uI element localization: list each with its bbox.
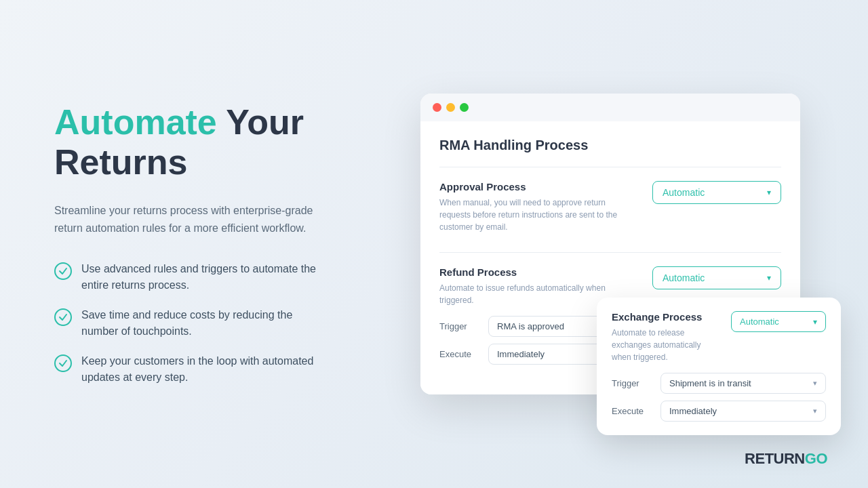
refund-trigger-label: Trigger [439,321,480,331]
exchange-trigger-value: Shipment is in transit [669,378,751,388]
left-panel: Automate Your Returns Streamline your re… [0,62,380,427]
approval-dropdown-arrow: ▾ [767,188,771,197]
exchange-mode-label: Automatic [740,317,779,327]
browser-bar [420,94,800,121]
approval-description: When manual, you will need to approve re… [439,197,639,233]
main-headline: Automate Your Returns [54,102,326,184]
feature-text-2: Save time and reduce costs by reducing t… [81,307,326,340]
window-close-dot[interactable] [433,103,441,112]
exchange-execute-dropdown[interactable]: Immediately ▾ [660,401,826,422]
exchange-rows: Trigger Shipment is in transit ▾ Execute… [612,373,826,422]
features-list: Use advanced rules and triggers to autom… [54,261,326,386]
exchange-description: Automate to release exchanges automatica… [612,327,722,363]
exchange-card: Exchange Process Automate to release exc… [597,298,841,435]
exchange-trigger-arrow: ▾ [813,379,817,388]
exchange-mode-dropdown[interactable]: Automatic ▾ [731,311,826,332]
description-text: Streamline your returns process with ent… [54,202,326,237]
approval-left: Approval Process When manual, you will n… [439,181,652,233]
exchange-left: Exchange Process Automate to release exc… [612,311,731,363]
feature-text-1: Use advanced rules and triggers to autom… [81,261,326,293]
exchange-title: Exchange Process [612,311,722,323]
logo-go: GO [805,450,827,467]
check-icon-2 [54,308,72,326]
list-item: Save time and reduce costs by reducing t… [54,307,326,340]
refund-execute-label: Execute [439,349,480,359]
exchange-execute-row: Execute Immediately ▾ [612,401,826,422]
browser-window: RMA Handling Process Approval Process Wh… [420,94,800,394]
exchange-trigger-label: Trigger [612,378,652,388]
list-item: Use advanced rules and triggers to autom… [54,261,326,293]
exchange-trigger-row: Trigger Shipment is in transit ▾ [612,373,826,394]
list-item: Keep your customers in the loop with aut… [54,353,326,386]
exchange-header: Exchange Process Automate to release exc… [612,311,826,363]
headline-accent: Automate [54,102,217,142]
page-title: RMA Handling Process [439,138,781,153]
approval-title: Approval Process [439,181,639,192]
exchange-execute-label: Execute [612,406,652,416]
feature-text-3: Keep your customers in the loop with aut… [81,353,326,386]
refund-execute-value: Immediately [497,349,545,359]
check-icon-1 [54,262,72,280]
approval-dropdown-label: Automatic [663,187,705,198]
returngo-logo: RETURNGO [745,450,827,468]
exchange-mode-arrow: ▾ [813,317,817,327]
refund-dropdown-label: Automatic [663,272,705,283]
refund-dropdown[interactable]: Automatic ▾ [652,266,781,289]
right-panel: RMA Handling Process Approval Process Wh… [380,66,868,422]
exchange-execute-arrow: ▾ [813,407,817,415]
approval-dropdown[interactable]: Automatic ▾ [652,181,781,204]
approval-section: Approval Process When manual, you will n… [439,167,781,252]
exchange-execute-value: Immediately [669,406,717,416]
refund-title: Refund Process [439,266,639,278]
approval-header: Approval Process When manual, you will n… [439,181,781,233]
refund-dropdown-arrow: ▾ [767,273,771,283]
window-maximize-dot[interactable] [460,103,469,112]
check-icon-3 [54,354,72,372]
logo-return: RETURN [745,450,805,467]
refund-trigger-value: RMA is approved [497,321,564,331]
window-minimize-dot[interactable] [446,103,455,112]
exchange-trigger-dropdown[interactable]: Shipment is in transit ▾ [660,373,826,394]
